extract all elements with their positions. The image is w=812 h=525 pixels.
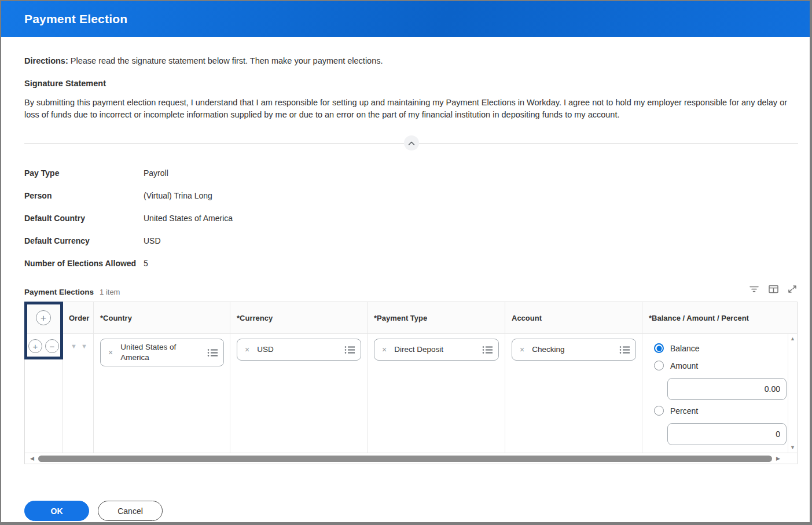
detail-label: Pay Type [24,167,144,179]
expand-button[interactable] [787,284,798,296]
detail-row-person: Person (Virtual) Trina Long [24,189,798,202]
row-add-button[interactable]: + [28,339,42,353]
percent-radio-row[interactable]: Percent [654,406,791,416]
column-header-balance: *Balance / Amount / Percent [642,302,797,334]
row-payment-type-cell: × Direct Deposit [368,334,505,453]
balance-radio-row[interactable]: Balance [654,343,791,353]
signature-statement-body: By submitting this payment election requ… [24,97,794,120]
prompt-list-icon[interactable] [341,346,355,354]
prompt-list-icon[interactable] [204,348,218,357]
row-currency-cell: × USD [230,334,368,453]
clear-icon[interactable]: × [380,345,389,354]
clear-icon[interactable]: × [243,345,252,354]
detail-row-default-currency: Default Currency USD [24,234,798,247]
directions-label: Directions: [24,56,68,65]
detail-label: Default Currency [24,234,144,247]
amount-input[interactable] [667,378,787,400]
add-row-button[interactable]: + [36,310,51,325]
signature-statement-heading: Signature Statement [24,79,798,88]
payment-type-field[interactable]: × Direct Deposit [374,339,499,361]
column-header-country: *Country [94,302,230,334]
title-bar: Payment Election [1,1,810,37]
scroll-down-icon[interactable]: ▼ [790,445,795,450]
clear-icon[interactable]: × [106,348,115,357]
plus-icon: + [41,313,46,323]
divider-line [419,143,799,144]
cancel-button[interactable]: Cancel [98,501,163,521]
divider-line [24,143,404,144]
radio-selected-icon[interactable] [654,343,664,353]
detail-row-pay-type: Pay Type Payroll [24,167,798,179]
column-header-order: Order [63,302,94,334]
percent-radio-label: Percent [670,406,698,416]
currency-field[interactable]: × USD [237,339,361,361]
grid-view-button[interactable] [767,284,780,296]
column-header-account: Account [505,302,642,334]
election-details: Pay Type Payroll Person (Virtual) Trina … [24,167,798,270]
detail-row-default-country: Default Country United States of America [24,212,798,225]
vertical-scrollbar[interactable]: ▲ ▼ [788,334,797,453]
detail-value: USD [144,234,161,247]
detail-value: (Virtual) Trina Long [144,189,212,202]
grid-data-row: + − ▼ ▼ × United States of America [25,334,797,453]
scrollbar-thumb[interactable] [38,456,772,462]
filter-button[interactable] [748,284,760,296]
detail-value: Payroll [144,167,168,179]
grid-toolbar [748,284,798,296]
percent-input[interactable] [667,423,787,445]
column-header-currency: *Currency [230,302,368,334]
filter-icon [749,285,759,295]
country-field[interactable]: × United States of America [100,339,224,366]
order-move-down-icon[interactable]: ▼ [81,343,87,350]
row-add-remove-cell: + − [25,334,63,453]
directions-text: Directions: Please read the signature st… [24,55,798,67]
account-field[interactable]: × Checking [512,339,636,361]
scroll-left-icon[interactable]: ◀ [28,456,36,461]
grid-view-icon [769,285,778,295]
page-title: Payment Election [24,12,127,26]
payment-election-window: Payment Election Directions: Please read… [0,0,812,525]
row-order-cell: ▼ ▼ [63,334,94,453]
clear-icon[interactable]: × [517,345,527,354]
row-account-cell: × Checking [505,334,642,453]
radio-unselected-icon[interactable] [654,406,664,416]
column-header-add: + [25,302,63,334]
payment-type-value: Direct Deposit [394,344,479,355]
amount-radio-label: Amount [670,361,698,370]
row-remove-button[interactable]: − [45,339,59,353]
main-content: Directions: Please read the signature st… [1,55,810,521]
balance-radio-label: Balance [670,344,700,353]
scroll-up-icon[interactable]: ▲ [790,336,795,342]
ok-button[interactable]: OK [24,501,89,521]
dialog-actions: OK Cancel [24,501,798,521]
row-balance-cell: Balance Amount Percent ▲ ▼ [642,334,797,453]
order-move-down-icon[interactable]: ▼ [71,343,77,350]
detail-label: Number of Elections Allowed [24,257,144,270]
prompt-list-icon[interactable] [479,346,493,354]
detail-label: Person [24,189,144,202]
grid-caption: Payment Elections 1 item [24,284,798,296]
collapse-section-button[interactable] [404,135,419,150]
currency-value: USD [257,344,341,355]
radio-unselected-icon[interactable] [654,361,664,370]
column-header-payment-type: *Payment Type [368,302,505,334]
scroll-right-icon[interactable]: ▶ [774,456,782,461]
grid-header-row: + Order *Country *Currency *Payment Type… [25,302,797,334]
expand-icon [788,285,797,295]
horizontal-scrollbar[interactable]: ◀ ▶ [25,453,797,464]
account-value: Checking [532,344,616,355]
plus-icon: + [33,342,38,351]
grid-title: Payment Elections [24,288,94,296]
grid-item-count: 1 item [100,288,120,296]
detail-row-elections-allowed: Number of Elections Allowed 5 [24,257,798,270]
payment-elections-grid: + Order *Country *Currency *Payment Type… [24,302,798,464]
chevron-up-icon [407,141,416,146]
detail-value: 5 [144,257,148,270]
amount-radio-row[interactable]: Amount [654,361,791,370]
collapse-divider [24,135,798,150]
prompt-list-icon[interactable] [616,346,630,354]
minus-icon: − [50,342,55,351]
country-value: United States of America [120,342,204,362]
detail-label: Default Country [24,212,144,225]
detail-value: United States of America [144,212,233,225]
